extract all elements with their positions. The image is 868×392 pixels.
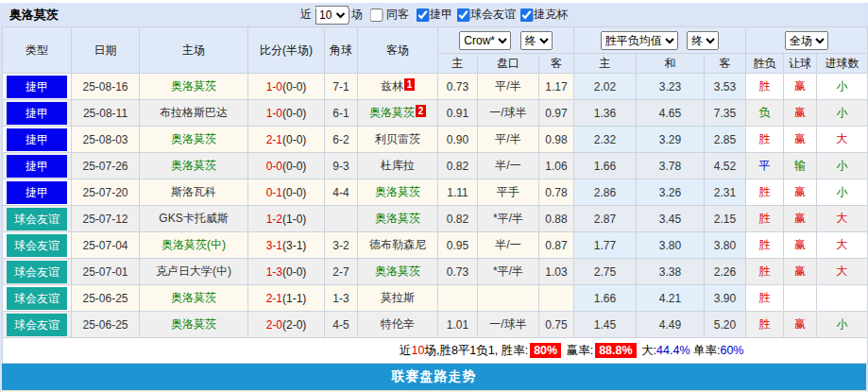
home-team-link[interactable]: 奥洛莫茨 [140, 74, 248, 100]
away-team-link[interactable]: 莫拉斯 [358, 285, 438, 312]
same-venue-checkbox[interactable] [369, 9, 383, 22]
handicap-result-cell: 赢 [784, 179, 817, 206]
col-type: 类型 [3, 27, 72, 74]
home-team-link[interactable]: 奥洛莫茨 [140, 127, 248, 153]
home-odds-cell: 0.95 [438, 232, 478, 259]
table-row: 捷甲25-07-20斯洛瓦科0-1(0-0)4-4奥洛莫茨1.11平手0.782… [3, 179, 868, 206]
home-team-link[interactable]: 克卢日大学(中) [140, 259, 248, 285]
avg-away-cell: 3.90 [705, 285, 746, 312]
sub-result: 胜负 [746, 54, 784, 74]
match-date-cell: 25-07-04 [72, 232, 140, 259]
score-cell[interactable]: 0-0(0-0) [248, 153, 325, 179]
home-odds-cell: 0.82 [438, 206, 478, 232]
match-date-cell: 25-06-25 [72, 312, 140, 338]
avg-away-cell: 3.80 [705, 232, 746, 259]
title-bar: 奥洛莫茨 近 10 场 同客 捷甲球会友谊捷克杯 [2, 3, 866, 26]
avg-home-cell: 2.75 [574, 259, 637, 285]
home-team-link[interactable]: 斯洛瓦科 [140, 179, 248, 206]
match-count-select[interactable]: 10 [315, 6, 349, 25]
odds-company-select[interactable]: Crow* [459, 31, 511, 50]
avg-away-cell: 2.26 [705, 259, 746, 285]
away-odds-cell: 0.87 [539, 232, 574, 259]
handicap-cell: 半/一 [478, 153, 539, 179]
avg-draw-cell: 3.26 [637, 179, 705, 206]
away-team-link[interactable]: 奥洛莫茨 [358, 206, 438, 232]
away-team-link[interactable]: 奥洛莫茨2 [358, 100, 438, 127]
match-type-cell: 球会友谊 [3, 206, 72, 232]
home-team-link[interactable]: GKS卡托威斯 [140, 206, 248, 232]
score-cell[interactable]: 3-1(3-1) [248, 232, 325, 259]
avg-home-cell: 2.32 [574, 127, 637, 153]
avg-select-group: 胜平负均值 终 [574, 27, 746, 54]
col-score: 比分(半场) [248, 27, 325, 74]
handicap-result-cell: 赢 [784, 206, 817, 232]
away-team-link[interactable]: 奥洛莫茨 [358, 259, 438, 285]
goals-result-cell: 大 [817, 206, 868, 232]
score-cell[interactable]: 1-2(1-0) [248, 206, 325, 232]
filter-checkbox-0[interactable] [416, 9, 429, 22]
avg-draw-cell: 3.29 [637, 127, 705, 153]
home-team-link[interactable]: 奥洛莫茨 [140, 153, 248, 179]
away-team-link[interactable]: 杜库拉 [358, 153, 438, 179]
sub-avg-draw: 和 [637, 54, 705, 74]
handicap-result-cell: 赢 [784, 74, 817, 100]
home-odds-cell: 0.90 [438, 127, 478, 153]
col-away: 客场 [358, 27, 438, 74]
score-cell[interactable]: 2-1(1-1) [248, 285, 325, 312]
match-date-cell: 25-07-12 [72, 206, 140, 232]
league-trend-label: 联赛盘路走势 [392, 368, 477, 385]
avg-away-cell: 3.53 [705, 74, 746, 100]
score-cell[interactable]: 2-0(2-0) [248, 312, 325, 338]
matches-label: 场 [351, 7, 363, 23]
avg-draw-cell: 4.21 [637, 285, 705, 312]
avg-state-select[interactable]: 终 [687, 31, 719, 50]
away-team-link[interactable]: 利贝雷茨 [358, 127, 438, 153]
match-date-cell: 25-06-25 [72, 285, 140, 312]
home-team-link[interactable]: 布拉格斯巴达 [140, 100, 248, 127]
match-date-cell: 25-08-03 [72, 127, 140, 153]
goals-result-cell: 大 [817, 232, 868, 259]
match-type-cell: 球会友谊 [3, 312, 72, 338]
home-team-link[interactable]: 奥洛莫茨(中) [140, 232, 248, 259]
score-cell[interactable]: 1-0(0-0) [248, 100, 325, 127]
score-cell[interactable]: 1-0(0-0) [248, 74, 325, 100]
avg-type-select[interactable]: 胜平负均值 [601, 31, 678, 50]
score-cell[interactable]: 1-3(0-0) [248, 259, 325, 285]
away-team-link[interactable]: 德布勒森尼 [358, 232, 438, 259]
goals-result-cell: 小 [817, 153, 868, 179]
home-odds-cell: 0.73 [438, 259, 478, 285]
home-team-link[interactable]: 奥洛莫茨 [140, 312, 248, 338]
score-cell[interactable]: 0-1(0-0) [248, 179, 325, 206]
match-type-cell: 球会友谊 [3, 259, 72, 285]
near-label: 近 [300, 7, 312, 23]
home-odds-cell [438, 285, 478, 312]
scope-select[interactable]: 全场 [785, 31, 828, 50]
avg-draw-cell: 3.23 [637, 74, 705, 100]
home-team-link[interactable]: 奥洛莫茨 [140, 285, 248, 312]
handicap-result-cell: 输 [784, 153, 817, 179]
match-date-cell: 25-08-11 [72, 100, 140, 127]
match-type-cell: 球会友谊 [3, 232, 72, 259]
away-team-link[interactable]: 特伦辛 [358, 312, 438, 338]
avg-away-cell: 5.20 [705, 312, 746, 338]
result-cell: 平 [746, 153, 784, 179]
avg-home-cell: 1.66 [574, 153, 637, 179]
same-venue-label: 同客 [386, 7, 409, 23]
away-team-link[interactable]: 奥洛莫茨 [358, 179, 438, 206]
filter-checkbox-2[interactable] [519, 9, 533, 22]
home-odds-cell: 1.11 [438, 179, 478, 206]
score-cell[interactable]: 2-1(0-0) [248, 127, 325, 153]
goals-result-cell: 小 [817, 100, 868, 127]
match-date-cell: 25-07-26 [72, 153, 140, 179]
filter-label-2: 捷克杯 [534, 8, 568, 21]
scope-select-group: 全场 [746, 27, 868, 54]
filter-checkbox-1[interactable] [456, 9, 469, 22]
sub-away-odds: 客 [539, 54, 574, 74]
sub-let: 让球 [784, 54, 817, 74]
away-team-link[interactable]: 兹林1 [358, 74, 438, 100]
avg-home-cell: 1.66 [574, 285, 637, 312]
corner-cell: 3-2 [325, 232, 358, 259]
away-odds-cell: 0.98 [539, 127, 574, 153]
odds-state-select[interactable]: 终 [520, 31, 553, 50]
goals-result-cell [817, 285, 868, 312]
